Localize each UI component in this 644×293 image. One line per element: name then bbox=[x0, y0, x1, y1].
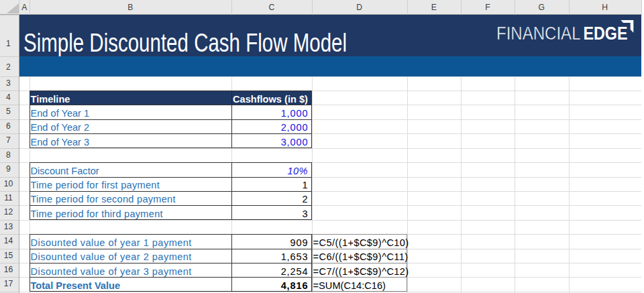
svg-text:Simple Discounted Cash Flow Mo: Simple Discounted Cash Flow Model bbox=[23, 29, 347, 56]
svg-text:FINANCIAL: FINANCIAL bbox=[496, 23, 581, 44]
svg-text:EDGE: EDGE bbox=[584, 23, 628, 44]
